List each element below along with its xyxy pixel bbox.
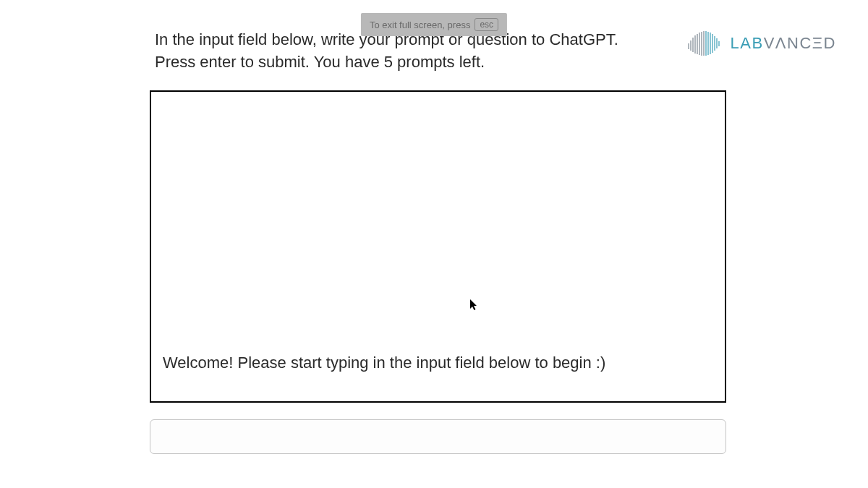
logo-e: Ξ — [812, 34, 824, 52]
chat-output-area: Welcome! Please start typing in the inpu… — [150, 90, 726, 403]
logo-v: V — [764, 34, 775, 52]
logo-d: D — [824, 34, 836, 52]
fullscreen-exit-text: To exit full screen, press — [370, 20, 470, 30]
fullscreen-exit-notice: To exit full screen, press esc — [361, 13, 507, 36]
prompt-input[interactable] — [150, 419, 726, 454]
labvanced-logo: LABVΛNCΞD — [687, 29, 836, 58]
logo-a: Λ — [775, 34, 787, 52]
logo-text: LABVΛNCΞD — [731, 34, 836, 53]
logo-lab: LAB — [731, 34, 764, 52]
chat-welcome-message: Welcome! Please start typing in the inpu… — [163, 354, 713, 372]
instruction-line-2: Press enter to submit. You have 5 prompt… — [155, 51, 618, 74]
esc-key-badge: esc — [475, 18, 498, 31]
logo-nc: NC — [787, 34, 812, 52]
brain-icon — [687, 29, 723, 58]
